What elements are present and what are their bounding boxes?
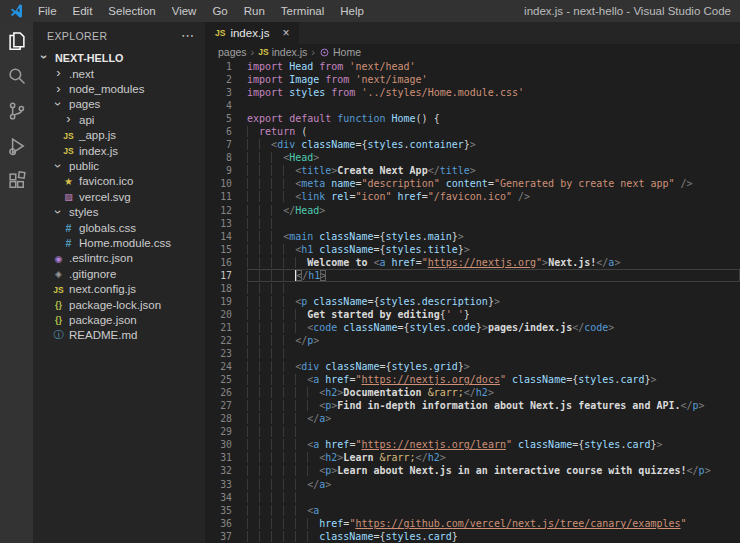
line-number: 10 [205, 177, 232, 190]
tree-item-globals-css[interactable]: #globals.css [33, 220, 205, 235]
line-number: 24 [205, 360, 232, 373]
tree-item-readme-md[interactable]: ⓘREADME.md [33, 328, 205, 343]
menu-item-help[interactable]: Help [332, 0, 372, 22]
activity-icon-extensions[interactable] [6, 170, 28, 192]
tree-item--app-js[interactable]: JS_app.js [33, 128, 205, 143]
tree-item-label: .next [69, 68, 94, 80]
tree-item-styles[interactable]: ›styles [33, 205, 205, 220]
file-tree: ›.next›node_modules›pages›apiJS_app.jsJS… [33, 66, 205, 343]
menu-item-run[interactable]: Run [236, 0, 273, 22]
menu-item-selection[interactable]: Selection [100, 0, 163, 22]
code-line-text: <div className={styles.container}> [247, 138, 740, 151]
tree-item-next-config-js[interactable]: JSnext.config.js [33, 281, 205, 296]
menu-bar: FileEditSelectionViewGoRunTerminalHelp [30, 0, 372, 22]
tree-item--next[interactable]: ›.next [33, 66, 205, 81]
activity-icon-search[interactable] [6, 65, 28, 87]
code-line: 31 <h2>Learn &rarr;</h2> [205, 451, 740, 464]
tab-label: index.js [230, 27, 269, 39]
breadcrumb-item-indexjs[interactable]: JS index.js [258, 46, 307, 58]
breadcrumb-item-pages[interactable]: pages [218, 46, 247, 58]
line-number: 4 [205, 99, 232, 112]
tree-item-index-js[interactable]: JSindex.js [33, 143, 205, 158]
breadcrumb-item-home[interactable]: Home [319, 46, 361, 58]
tree-item-favicon-ico[interactable]: ★favicon.ico [33, 174, 205, 189]
line-number: 3 [205, 86, 232, 99]
line-number: 5 [205, 112, 232, 125]
tree-item-label: README.md [69, 329, 137, 341]
code-line: 13 [205, 217, 740, 230]
code-line: 28 </a> [205, 412, 740, 425]
activity-icon-source-control[interactable] [6, 100, 28, 122]
code-line: 15 <h1 className={styles.title}> [205, 243, 740, 256]
tree-item-pages[interactable]: ›pages [33, 97, 205, 112]
tree-item-api[interactable]: ›api [33, 112, 205, 127]
window-title: index.js - next-hello - Visual Studio Co… [524, 5, 740, 17]
line-number: 8 [205, 151, 232, 164]
explorer-more-actions-icon[interactable]: ⋯ [181, 28, 195, 43]
menu-item-file[interactable]: File [30, 0, 65, 22]
tab-close-icon[interactable]: × [282, 26, 289, 40]
code-line: 16 Welcome to <a href="https://nextjs.or… [205, 256, 740, 269]
tree-item-label: node_modules [69, 83, 144, 95]
line-number: 32 [205, 464, 232, 477]
js-icon: JS [61, 130, 76, 141]
vscode-logo-icon [8, 3, 24, 19]
code-line: 11 <link rel="icon" href="/favicon.ico" … [205, 190, 740, 203]
code-line-text: <code className={styles.code}>pages/inde… [247, 321, 740, 334]
tree-item-package-json[interactable]: {}package.json [33, 312, 205, 327]
tree-item-package-lock-json[interactable]: {}package-lock.json [33, 297, 205, 312]
line-number: 19 [205, 295, 232, 308]
breadcrumb: pages › JS index.js › Home [205, 44, 740, 60]
code-line-text [247, 491, 740, 504]
line-number: 30 [205, 438, 232, 451]
tree-item-label: package-lock.json [69, 299, 161, 311]
git-icon: ◈ [51, 268, 66, 279]
symbol-method-icon [319, 47, 330, 58]
code-line-text: <a href="https://nextjs.org/docs" classN… [247, 373, 740, 386]
code-line-text: Get started by editing{' '} [247, 308, 740, 321]
code-line-text: import Head from 'next/head' [247, 60, 740, 73]
menu-item-view[interactable]: View [164, 0, 205, 22]
line-number: 34 [205, 491, 232, 504]
tree-item-public[interactable]: ›public [33, 158, 205, 173]
tree-item-vercel-svg[interactable]: ▨vercel.svg [33, 189, 205, 204]
code-line: 5export default function Home() { [205, 112, 740, 125]
tree-item-label: favicon.ico [79, 175, 133, 187]
json-icon: {} [51, 299, 66, 310]
star-icon: ★ [61, 176, 76, 187]
chevron-down-icon: › [51, 161, 66, 172]
code-line: 9 <title>Create Next App</title> [205, 164, 740, 177]
line-number: 29 [205, 425, 232, 438]
code-line: 30 <a href="https://nextjs.org/learn" cl… [205, 438, 740, 451]
line-number: 18 [205, 282, 232, 295]
tree-item-home-module-css[interactable]: #Home.module.css [33, 235, 205, 250]
line-number: 16 [205, 256, 232, 269]
tree-item-label: pages [69, 98, 100, 110]
menu-item-terminal[interactable]: Terminal [273, 0, 332, 22]
tab-bar: JS index.js × [205, 22, 740, 44]
tab-indexjs[interactable]: JS index.js × [205, 22, 299, 44]
line-number: 9 [205, 164, 232, 177]
code-line-text: <h2>Documentation &rarr;</h2> [247, 386, 740, 399]
code-line: 37 className={styles.card} [205, 530, 740, 543]
code-line: 17 </h1> [205, 269, 740, 282]
line-number: 31 [205, 451, 232, 464]
line-number: 21 [205, 321, 232, 334]
menu-item-go[interactable]: Go [204, 0, 235, 22]
tree-item--eslintrc-json[interactable]: ◉.eslintrc.json [33, 251, 205, 266]
activity-icon-explorer[interactable] [6, 30, 28, 52]
line-number: 36 [205, 517, 232, 530]
menu-item-edit[interactable]: Edit [65, 0, 101, 22]
chevron-down-icon: › [37, 52, 52, 63]
code-line-text: <p className={styles.description}> [247, 295, 740, 308]
tree-item--gitignore[interactable]: ◈.gitignore [33, 266, 205, 281]
code-area[interactable]: 1import Head from 'next/head'2import Ima… [205, 60, 740, 543]
activity-icon-run-debug[interactable] [6, 135, 28, 157]
tree-root-next-hello[interactable]: › NEXT-HELLO [33, 49, 205, 66]
tree-item-node-modules[interactable]: ›node_modules [33, 81, 205, 96]
tree-item-label: globals.css [79, 222, 136, 234]
code-line-text: export default function Home() { [247, 112, 740, 125]
code-line: 8 <Head> [205, 151, 740, 164]
code-line: 23 [205, 347, 740, 360]
code-line: 4 [205, 99, 740, 112]
